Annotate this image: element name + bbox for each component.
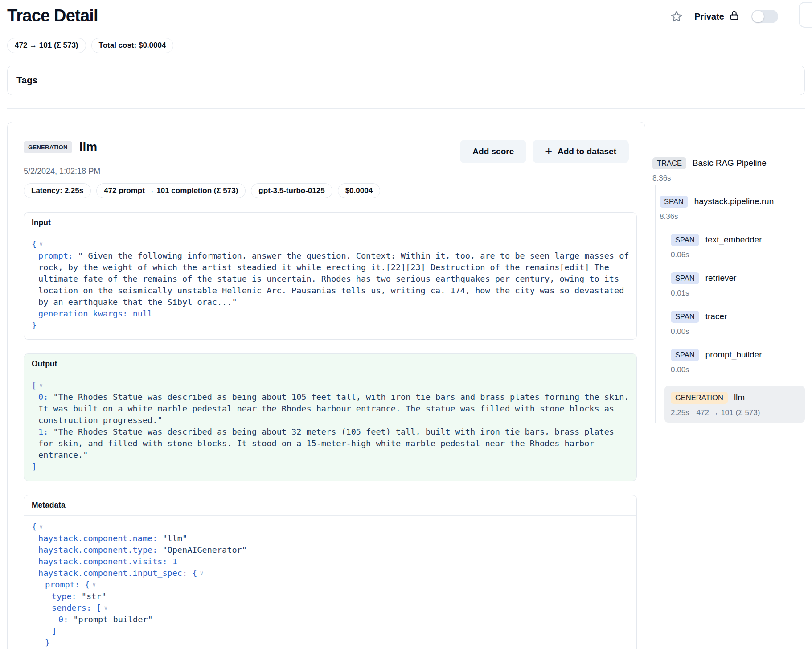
metadata-json: {∨haystack.component.name: "llm"haystack… [24, 516, 636, 649]
code-line: haystack.component.name: "llm" [32, 533, 629, 544]
code-line: {∨ [32, 238, 629, 250]
node-type-badge: SPAN [671, 234, 699, 246]
observation-name: llm [79, 140, 97, 154]
code-line: [∨ [32, 380, 629, 391]
partial-edge-button[interactable] [799, 2, 812, 28]
trace-detail-page: Trace Detail Private 472 → 101 (Σ 573)To… [0, 0, 812, 649]
tree-node-retriever[interactable]: SPANretriever0.01s [652, 271, 805, 299]
code-line: prompt: {∨ [32, 579, 629, 591]
node-duration: 2.25s472 → 101 (Σ 573) [671, 408, 799, 418]
json-token: { [32, 239, 37, 249]
json-token: { [85, 580, 90, 589]
output-panel: Output [∨0: "The Rhodes Statue was descr… [24, 353, 637, 481]
json-string: "The Rhodes Statue was described as bein… [38, 427, 619, 460]
json-key: prompt: [38, 251, 78, 260]
node-name: Basic RAG Pipeline [693, 158, 767, 168]
json-string: " Given the following information, answe… [38, 251, 634, 307]
node-duration: 0.00s [671, 327, 805, 337]
node-duration: 0.00s [671, 366, 805, 375]
observation-card: GENERATION llm Add score + Add to datase… [7, 122, 645, 649]
node-type-badge: GENERATION [671, 392, 728, 404]
chevron-down-icon[interactable]: ∨ [104, 604, 107, 611]
metadata-panel-title: Metadata [24, 495, 636, 516]
add-score-button[interactable]: Add score [460, 140, 526, 163]
page-title: Trace Detail [7, 6, 98, 25]
node-type-badge: SPAN [660, 196, 688, 208]
toggle-knob [752, 11, 764, 22]
code-line: 1: "The Rhodes Statue was described as b… [32, 426, 629, 461]
chevron-down-icon[interactable]: ∨ [200, 570, 203, 576]
bookmark-star-icon[interactable] [670, 10, 683, 23]
chevron-down-icon[interactable]: ∨ [39, 523, 43, 530]
json-string: "llm" [162, 534, 187, 543]
json-string: "OpenAIGenerator" [162, 545, 246, 555]
trace-metric-badges: 472 → 101 (Σ 573)Total cost: $0.0004 [7, 38, 805, 53]
json-key: haystack.component.visits: [38, 557, 172, 566]
privacy-toggle[interactable] [751, 10, 778, 23]
node-name: prompt_builder [705, 350, 762, 360]
section-divider [7, 108, 805, 109]
tree-node-llm[interactable]: GENERATIONllm2.25s472 → 101 (Σ 573) [664, 386, 805, 423]
json-token: 1 [172, 557, 177, 566]
code-line: haystack.component.type: "OpenAIGenerato… [32, 544, 629, 556]
json-token: [ [96, 603, 101, 612]
privacy-label: Private [694, 12, 724, 22]
json-token: { [192, 568, 197, 578]
code-line: prompt: " Given the following informatio… [32, 250, 629, 308]
node-type-badge: SPAN [671, 349, 699, 361]
code-line: 0: "prompt_builder" [32, 614, 629, 625]
code-line: {∨ [32, 521, 629, 533]
node-type-badge: TRACE [652, 157, 686, 169]
observation-timestamp: 5/2/2024, 1:02:18 PM [24, 167, 636, 176]
node-duration: 8.36s [652, 174, 805, 184]
tree-node-Basic RAG Pipeline[interactable]: TRACEBasic RAG Pipeline8.36s [652, 156, 805, 184]
code-line: 0: "The Rhodes Statue was described as b… [32, 391, 629, 426]
json-token: null [133, 309, 153, 318]
chevron-down-icon[interactable]: ∨ [39, 382, 43, 389]
add-to-dataset-button[interactable]: + Add to dataset [533, 140, 629, 163]
observation-metric-badges: Latency: 2.25s472 prompt → 101 completio… [24, 183, 636, 198]
json-key: haystack.component.input_spec: [38, 568, 192, 578]
node-name: tracer [705, 312, 727, 321]
json-key: 1: [38, 427, 53, 436]
tags-label: Tags [16, 75, 37, 85]
metric-badge: 472 prompt → 101 completion (Σ 573) [96, 183, 246, 198]
node-type-badge: SPAN [671, 272, 699, 284]
add-to-dataset-label: Add to dataset [558, 147, 616, 156]
node-name: haystack.pipeline.run [694, 197, 774, 206]
input-panel-title: Input [24, 213, 636, 233]
tree-node-haystack.pipeline.run[interactable]: SPANhaystack.pipeline.run8.36s [652, 194, 805, 222]
metric-badge: Total cost: $0.0004 [91, 38, 174, 53]
code-line: } [32, 637, 629, 649]
input-panel: Input {∨prompt: " Given the following in… [24, 212, 637, 340]
node-name: retriever [705, 273, 737, 283]
output-json: [∨0: "The Rhodes Statue was described as… [24, 374, 636, 481]
tags-section[interactable]: Tags [7, 66, 805, 95]
chevron-down-icon[interactable]: ∨ [39, 241, 43, 247]
json-string: "The Rhodes Statue was described as bein… [38, 392, 634, 425]
code-line: generation_kwargs: null [32, 308, 629, 320]
json-key: prompt: [45, 580, 85, 589]
json-token: [ [32, 381, 37, 390]
lock-icon [729, 10, 740, 23]
json-key: 0: [58, 615, 73, 624]
metric-badge: $0.0004 [338, 183, 380, 198]
tree-node-text_embedder[interactable]: SPANtext_embedder0.06s [652, 233, 805, 260]
metric-badge: 472 → 101 (Σ 573) [7, 38, 86, 53]
metric-badge: gpt-3.5-turbo-0125 [251, 183, 332, 198]
json-token: ] [52, 626, 57, 636]
code-line: } [32, 320, 629, 331]
node-name: text_embedder [705, 235, 762, 245]
json-key: senders: [52, 603, 96, 612]
output-panel-title: Output [24, 354, 636, 374]
json-key: haystack.component.name: [38, 534, 162, 543]
code-line: ] [32, 461, 629, 472]
code-line: ] [32, 625, 629, 637]
chevron-down-icon[interactable]: ∨ [92, 581, 96, 588]
node-token-usage: 472 → 101 (Σ 573) [697, 408, 760, 418]
json-token: { [32, 522, 37, 531]
page-header: Trace Detail Private [7, 6, 805, 25]
tree-node-tracer[interactable]: SPANtracer0.00s [652, 309, 805, 337]
node-duration: 0.01s [671, 289, 805, 299]
tree-node-prompt_builder[interactable]: SPANprompt_builder0.00s [652, 348, 805, 375]
